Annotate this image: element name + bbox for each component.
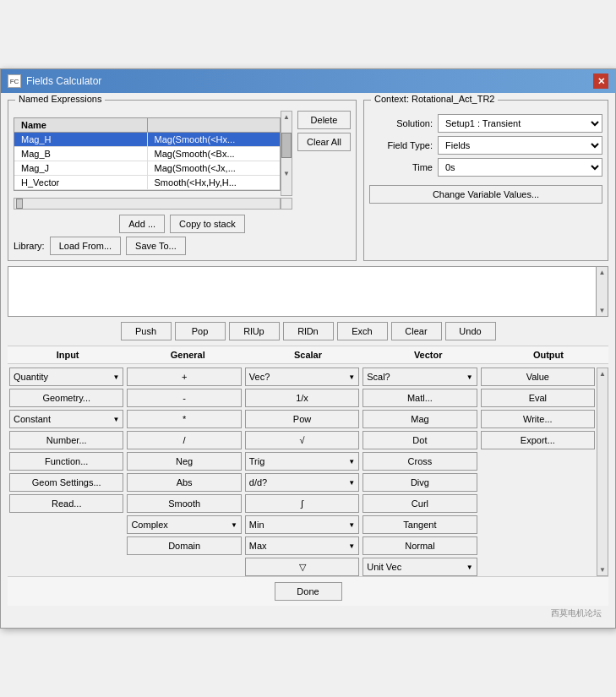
integral-button[interactable]: ∫ (245, 494, 359, 513)
abs-button[interactable]: Abs (127, 473, 241, 492)
cat-general: General (128, 348, 248, 362)
scalar-col: Vec?▼ 1/x Pow √ Trig▼ d/d?▼ ∫ Min▼ Max▼ (243, 368, 361, 576)
multiply-button[interactable]: * (127, 410, 241, 428)
normal-button[interactable]: Normal (363, 536, 477, 555)
trig-button[interactable]: Trig▼ (245, 452, 359, 471)
max-button[interactable]: Max▼ (245, 536, 359, 555)
title-bar-left: FC Fields Calculator (8, 74, 101, 88)
quantity-button[interactable]: Quantity▼ (9, 368, 123, 386)
cat-input: Input (8, 348, 128, 362)
field-type-select[interactable]: Fields (438, 136, 602, 155)
exch-button[interactable]: Exch (337, 322, 388, 340)
time-select[interactable]: 0s (438, 158, 602, 177)
dot-button[interactable]: Dot (363, 431, 477, 449)
expressions-table-wrap: Name Mag_H Mag(Smooth(<Hx... Mag_B (14, 111, 292, 210)
table-row[interactable]: Mag_B Mag(Smooth(<Bx... (14, 147, 280, 161)
close-button[interactable]: ✕ (593, 74, 608, 89)
divg-button[interactable]: Divg (363, 473, 477, 492)
write-button[interactable]: Write... (481, 410, 595, 428)
table-row[interactable]: H_Vector Smooth(<Hx,Hy,H... (14, 176, 280, 190)
pow-button[interactable]: Pow (245, 410, 359, 428)
delete-button[interactable]: Delete (297, 111, 351, 129)
vec-button[interactable]: Vec?▼ (245, 368, 359, 386)
vector-col: Scal?▼ Matl... Mag Dot Cross Divg Curl T… (361, 368, 478, 576)
complex-button[interactable]: Complex▼ (127, 515, 241, 534)
table-row[interactable]: Mag_J Mag(Smooth(<Jx,... (14, 161, 280, 176)
recip-button[interactable]: 1/x (245, 389, 359, 407)
nabla-button[interactable]: ▽ (245, 558, 359, 576)
ddd-button[interactable]: d/d?▼ (245, 473, 359, 492)
expressions-scrollbar[interactable]: ▲ ▼ (281, 111, 292, 196)
expr-scroll-down[interactable]: ▼ (597, 305, 608, 316)
number-button[interactable]: Number... (9, 431, 123, 449)
geom-settings-button[interactable]: Geom Settings... (9, 473, 123, 492)
push-button[interactable]: Push (121, 322, 172, 340)
row-expr: Mag(Smooth(<Jx,... (148, 161, 281, 175)
min-button[interactable]: Min▼ (245, 515, 359, 534)
sqrt-button[interactable]: √ (245, 431, 359, 449)
curl-button[interactable]: Curl (363, 494, 477, 513)
cat-scalar: Scalar (248, 348, 368, 362)
eval-button[interactable]: Eval (481, 389, 595, 407)
stack-buttons-row: Push Pop RlUp RlDn Exch Clear Undo (8, 322, 608, 340)
geometry-button[interactable]: Geometry... (9, 389, 123, 407)
change-variable-button[interactable]: Change Variable Values... (369, 185, 602, 204)
matl-button[interactable]: Matl... (363, 389, 477, 407)
window-title: Fields Calculator (26, 75, 101, 87)
value-button[interactable]: Value (481, 368, 595, 386)
cat-vector: Vector (368, 348, 488, 362)
rlup-button[interactable]: RlUp (229, 322, 280, 340)
minus-button[interactable]: - (127, 389, 241, 407)
pop-button[interactable]: Pop (175, 322, 226, 340)
out-scroll-up[interactable]: ▲ (597, 368, 608, 379)
plus-button[interactable]: + (127, 368, 241, 386)
field-type-label: Field Type: (369, 140, 433, 150)
row-name: H_Vector (14, 176, 148, 189)
neg-button[interactable]: Neg (127, 452, 241, 471)
clear-all-button[interactable]: Clear All (297, 133, 351, 151)
clear-button[interactable]: Clear (391, 322, 442, 340)
function-buttons-grid: Quantity▼ Geometry... Constant▼ Number..… (8, 368, 608, 576)
watermark: 西莫电机论坛 (8, 606, 608, 621)
divide-button[interactable]: / (127, 431, 241, 449)
expr-scroll-up[interactable]: ▲ (597, 267, 608, 278)
domain-button[interactable]: Domain (127, 536, 241, 555)
window-icon: FC (8, 74, 21, 88)
named-expressions-legend: Named Expressions (15, 94, 105, 104)
expression-scrollbar[interactable]: ▲ ▼ (596, 267, 608, 316)
rldn-button[interactable]: RlDn (283, 322, 334, 340)
function-button[interactable]: Function... (9, 452, 123, 471)
load-from-button[interactable]: Load From... (50, 237, 121, 255)
save-to-button[interactable]: Save To... (126, 237, 186, 255)
scroll-thumb[interactable] (281, 133, 292, 158)
row-name: Mag_J (14, 161, 148, 175)
done-button[interactable]: Done (275, 582, 342, 601)
expression-area[interactable]: ▲ ▼ (8, 266, 608, 317)
fields-calculator-window: FC Fields Calculator ✕ Named Expressions (0, 68, 616, 629)
bottom-bar: Done (8, 576, 608, 606)
export-button[interactable]: Export... (481, 431, 595, 449)
row-expr: Mag(Smooth(<Hx... (148, 133, 281, 146)
context-legend: Context: Rotational_Act_TR2 (371, 94, 498, 104)
constant-button[interactable]: Constant▼ (9, 410, 123, 428)
add-button[interactable]: Add ... (119, 215, 165, 233)
mag-button[interactable]: Mag (363, 410, 477, 428)
named-expressions-panel: Named Expressions Name (8, 100, 357, 261)
table-row[interactable]: Mag_H Mag(Smooth(<Hx... (14, 133, 280, 147)
expressions-table: Name Mag_H Mag(Smooth(<Hx... Mag_B (14, 111, 281, 196)
copy-to-stack-button[interactable]: Copy to stack (170, 215, 245, 233)
cross-button[interactable]: Cross (363, 452, 477, 471)
scroll-up-arrow[interactable]: ▲ (281, 112, 292, 123)
scroll-down-arrow[interactable]: ▼ (281, 168, 292, 179)
unitvec-button[interactable]: Unit Vec▼ (363, 558, 477, 576)
output-col: Value Eval Write... Export... (479, 368, 597, 576)
smooth-button[interactable]: Smooth (127, 494, 241, 513)
solution-select[interactable]: Setup1 : Transient (438, 114, 602, 133)
row-expr: Smooth(<Hx,Hy,H... (148, 176, 281, 189)
read-button[interactable]: Read... (9, 494, 123, 513)
scal-button[interactable]: Scal?▼ (363, 368, 477, 386)
out-scroll-down[interactable]: ▼ (597, 564, 608, 575)
output-scrollbar[interactable]: ▲ ▼ (597, 368, 608, 576)
tangent-button[interactable]: Tangent (363, 515, 477, 534)
undo-button[interactable]: Undo (445, 322, 496, 340)
